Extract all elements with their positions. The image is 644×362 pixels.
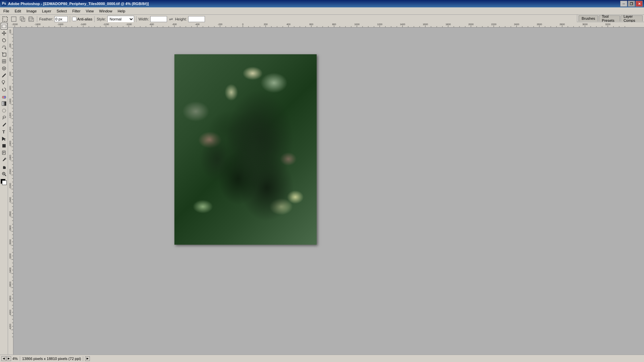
tool-dodge[interactable]: [1, 114, 7, 121]
antialias-label[interactable]: Anti-alias: [72, 17, 92, 21]
toolbar-subtract-selection[interactable]: [28, 15, 35, 23]
style-select[interactable]: Normal Fixed Ratio Fixed Size: [107, 16, 134, 22]
svg-rect-35: [2, 102, 6, 106]
menu-select[interactable]: Select: [54, 8, 70, 14]
swap-icon[interactable]: ⇌: [169, 16, 173, 22]
feather-input[interactable]: [54, 16, 68, 22]
menu-bar: File Edit Image Layer Select Filter View…: [0, 7, 644, 15]
svg-rect-8: [2, 25, 6, 28]
svg-line-53: [5, 175, 6, 176]
tool-crop[interactable]: [1, 51, 7, 58]
toolbar-tool-icon[interactable]: [1, 15, 9, 23]
svg-rect-6: [29, 18, 34, 21]
tool-eyedropper[interactable]: [1, 157, 7, 163]
menu-window[interactable]: Window: [97, 8, 115, 14]
toolbar-add-selection[interactable]: [19, 15, 26, 23]
tool-marquee[interactable]: [1, 23, 7, 29]
tool-shape[interactable]: [1, 142, 7, 149]
tool-hand[interactable]: [1, 164, 7, 170]
menu-file[interactable]: File: [1, 8, 12, 14]
menu-layer[interactable]: Layer: [39, 8, 54, 14]
svg-rect-2: [3, 17, 7, 21]
tool-clone-stamp[interactable]: [1, 79, 7, 86]
tool-zoom[interactable]: [1, 171, 7, 177]
toolbar-sep-3: [94, 16, 95, 22]
toolbar-sep-2: [70, 16, 70, 22]
image-info: 13866 pixels x 18810 pixels (72 ppi): [22, 357, 81, 361]
status-next-btn[interactable]: ▶: [6, 356, 11, 361]
tool-brush[interactable]: [1, 72, 7, 79]
ruler-top: [8, 22, 644, 27]
svg-text:T: T: [2, 129, 5, 134]
satellite-image: [174, 54, 317, 245]
status-nav[interactable]: ◀ ▶: [1, 356, 11, 361]
status-forward-btn[interactable]: ▶: [85, 356, 90, 361]
zoom-level: 4%: [12, 357, 18, 361]
tool-type[interactable]: T: [1, 128, 7, 135]
tab-layer-comps[interactable]: Layer Comps: [621, 15, 643, 21]
restore-button[interactable]: ❐: [628, 1, 635, 7]
svg-rect-7: [29, 17, 32, 20]
menu-edit[interactable]: Edit: [12, 8, 24, 14]
menu-help[interactable]: Help: [115, 8, 128, 14]
svg-line-19: [3, 46, 3, 47]
menu-image[interactable]: Image: [24, 8, 40, 14]
antialias-checkbox[interactable]: [72, 17, 76, 21]
svg-text:Ps: Ps: [2, 2, 6, 5]
tool-eraser[interactable]: [1, 93, 7, 100]
svg-rect-4: [20, 17, 23, 20]
tool-magic-wand[interactable]: [1, 44, 7, 51]
title-bar-left: Ps Adobe Photoshop - [EDMADOP80_Peripher…: [1, 1, 149, 7]
svg-rect-41: [2, 144, 6, 147]
toolbar-sep-4: [136, 16, 137, 22]
svg-marker-11: [3, 31, 5, 32]
status-sep: [20, 356, 20, 361]
foreground-color[interactable]: [1, 179, 7, 186]
toolbar-new-selection[interactable]: [10, 15, 17, 23]
svg-point-29: [2, 80, 5, 83]
tool-notes[interactable]: [1, 149, 7, 156]
tool-path-selection[interactable]: [1, 135, 7, 142]
tab-brushes[interactable]: Brushes: [579, 15, 598, 21]
title-bar: Ps Adobe Photoshop - [EDMADOP80_Peripher…: [0, 0, 644, 7]
svg-rect-51: [3, 168, 6, 169]
title-text: Adobe Photoshop - [EDMADOP80_Periphery_T…: [8, 2, 149, 6]
svg-rect-3: [11, 17, 16, 21]
svg-rect-5: [21, 18, 25, 21]
svg-marker-40: [2, 137, 6, 141]
svg-line-16: [5, 46, 5, 47]
app-icon: Ps: [1, 1, 7, 7]
height-input[interactable]: [188, 16, 205, 22]
options-panel: Brushes Tool Presets Layer Comps: [577, 15, 644, 22]
tool-move[interactable]: [1, 30, 7, 37]
status-bar: ◀ ▶ 4% 13866 pixels x 18810 pixels (72 p…: [0, 355, 644, 362]
svg-marker-14: [5, 33, 6, 34]
canvas-area[interactable]: [13, 27, 644, 355]
minimize-button[interactable]: ─: [620, 1, 627, 7]
svg-line-38: [3, 118, 3, 119]
tool-pen[interactable]: [1, 121, 7, 128]
svg-marker-13: [2, 33, 3, 34]
tool-history-brush[interactable]: [1, 86, 7, 93]
width-input[interactable]: [150, 16, 167, 22]
left-toolbar: T: [0, 22, 8, 355]
menu-view[interactable]: View: [83, 8, 97, 14]
svg-rect-34: [4, 96, 6, 98]
svg-marker-12: [3, 35, 5, 36]
status-prev-btn[interactable]: ◀: [1, 356, 6, 361]
svg-marker-32: [2, 88, 3, 90]
tool-lasso[interactable]: [1, 37, 7, 44]
tool-healing-brush[interactable]: [1, 65, 7, 72]
close-button[interactable]: ✕: [636, 1, 643, 7]
document-canvas: [174, 54, 317, 245]
feather-label: Feather:: [39, 17, 53, 21]
title-bar-controls[interactable]: ─ ❐ ✕: [620, 1, 643, 7]
svg-point-37: [3, 116, 6, 118]
tab-tool-presets[interactable]: Tool Presets: [599, 15, 620, 21]
status-sep2: [83, 356, 83, 361]
tool-slice[interactable]: [1, 58, 7, 65]
menu-filter[interactable]: Filter: [69, 8, 83, 14]
height-label: Height:: [175, 17, 187, 21]
tool-gradient[interactable]: [1, 100, 7, 107]
tool-blur[interactable]: [1, 107, 7, 114]
